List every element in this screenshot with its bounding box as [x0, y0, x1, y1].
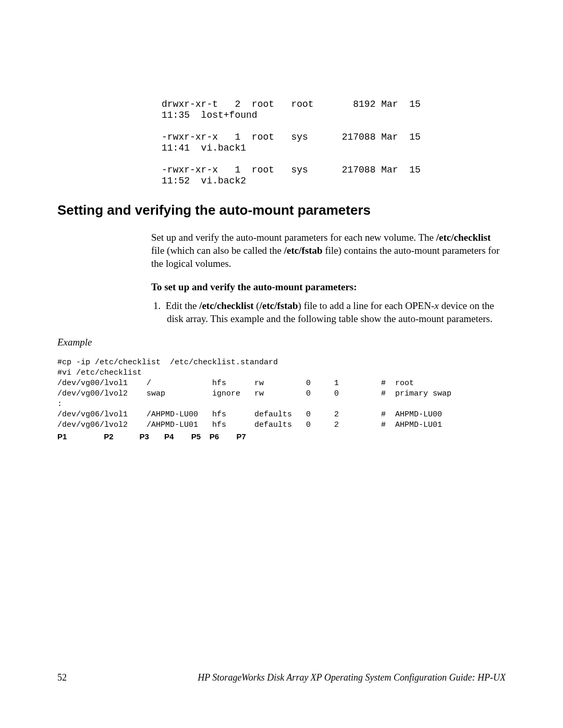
path-etc-checklist: /etc/checklist: [199, 300, 253, 311]
step-number: 1.: [153, 300, 161, 311]
var-x: x: [434, 300, 438, 311]
page-footer: 52 HP StorageWorks Disk Array XP Operati…: [57, 672, 506, 683]
parameter-legend: P1 P2 P3 P4 P5 P6 P7: [57, 431, 506, 442]
document-page: drwxr-xr-t 2 root root 8192 Mar 15 11:35…: [0, 0, 563, 728]
footer-title: HP StorageWorks Disk Array XP Operating …: [151, 672, 506, 683]
section-heading: Setting and verifying the auto-mount par…: [57, 202, 506, 218]
text: ) file to add a line for each OPEN-: [298, 300, 435, 311]
page-number: 52: [57, 672, 151, 683]
text: Set up and verify the auto-mount paramet…: [151, 232, 436, 243]
intro-paragraph: Set up and verify the auto-mount paramet…: [151, 231, 506, 270]
text: Edit the: [166, 300, 199, 311]
path-etc-fstab: /etc/fstab: [284, 245, 323, 256]
text: file (which can also be called the: [151, 245, 284, 256]
procedure-subhead: To set up and verify the auto-mount para…: [151, 281, 506, 293]
ls-output-block: drwxr-xr-t 2 root root 8192 Mar 15 11:35…: [162, 99, 506, 187]
example-label: Example: [57, 337, 506, 348]
text: (: [254, 300, 260, 311]
step-1: 1. Edit the /etc/checklist (/etc/fstab) …: [151, 299, 506, 325]
path-etc-checklist: /etc/checklist: [436, 232, 491, 243]
checklist-listing: #cp -ip /etc/checklist /etc/checklist.st…: [57, 357, 506, 430]
path-etc-fstab: /etc/fstab: [260, 300, 298, 311]
